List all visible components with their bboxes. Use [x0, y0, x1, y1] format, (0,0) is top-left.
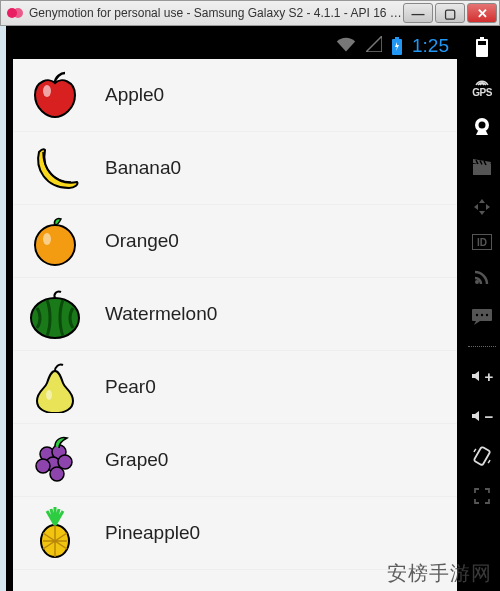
svg-point-25 — [481, 314, 483, 316]
battery-sidebar-icon[interactable] — [469, 34, 495, 60]
list-item[interactable]: Banana0 — [13, 132, 457, 205]
navigate-sidebar-icon[interactable] — [469, 194, 495, 220]
grape-icon — [29, 434, 81, 486]
svg-point-24 — [476, 314, 478, 316]
fruit-list[interactable]: Apple0 Banana0 Orange0 Watermelon0 — [13, 59, 457, 591]
svg-point-20 — [479, 122, 486, 129]
apple-icon — [29, 69, 81, 121]
rotate-sidebar-icon[interactable] — [469, 443, 495, 469]
rss-sidebar-icon[interactable] — [469, 264, 495, 290]
svg-point-7 — [31, 298, 79, 338]
status-clock: 1:25 — [412, 35, 449, 57]
wifi-icon — [336, 36, 356, 57]
svg-point-13 — [36, 459, 50, 473]
fullscreen-sidebar-icon[interactable] — [469, 483, 495, 509]
svg-rect-17 — [480, 37, 484, 39]
svg-rect-3 — [395, 37, 399, 39]
list-item[interactable]: Grape0 — [13, 424, 457, 497]
list-item[interactable]: Pear0 — [13, 351, 457, 424]
svg-point-1 — [13, 8, 23, 18]
window-maximize-button[interactable]: ▢ — [435, 3, 465, 23]
pear-icon — [29, 361, 81, 413]
svg-point-22 — [475, 280, 479, 284]
cell-signal-icon — [366, 36, 382, 57]
sms-sidebar-icon[interactable] — [469, 304, 495, 330]
orange-icon — [29, 215, 81, 267]
svg-rect-18 — [478, 41, 486, 45]
svg-point-8 — [46, 390, 52, 400]
battery-charging-icon — [392, 37, 402, 55]
list-item-label: Pear0 — [105, 376, 156, 398]
device-screen: 1:25 Apple0 Banana0 Orange0 — [6, 26, 464, 591]
webcam-sidebar-icon[interactable] — [469, 114, 495, 140]
plus-label: + — [485, 368, 494, 385]
list-item-label: Pineapple0 — [105, 522, 200, 544]
list-item[interactable]: Apple0 — [13, 59, 457, 132]
list-item-label: Watermelon0 — [105, 303, 217, 325]
svg-point-26 — [486, 314, 488, 316]
window-close-button[interactable]: ✕ — [467, 3, 497, 23]
window-titlebar: Genymotion for personal use - Samsung Ga… — [0, 0, 500, 26]
svg-point-4 — [43, 85, 51, 97]
svg-point-5 — [35, 225, 75, 265]
gps-sidebar-button[interactable]: GPS — [469, 74, 495, 100]
emulator-frame: 1:25 Apple0 Banana0 Orange0 — [6, 26, 500, 591]
android-status-bar[interactable]: 1:25 — [13, 33, 457, 59]
clapper-sidebar-icon[interactable] — [469, 154, 495, 180]
svg-point-14 — [50, 467, 64, 481]
window-minimize-button[interactable]: — — [403, 3, 433, 23]
watermelon-icon — [29, 288, 81, 340]
list-item[interactable]: Watermelon0 — [13, 278, 457, 351]
window-title: Genymotion for personal use - Samsung Ga… — [29, 6, 403, 20]
id-label: ID — [477, 237, 487, 248]
minus-label: − — [485, 408, 494, 425]
gps-label: GPS — [472, 87, 492, 98]
list-item[interactable]: Orange0 — [13, 205, 457, 278]
banana-icon — [29, 142, 81, 194]
window-button-group: — ▢ ✕ — [403, 3, 497, 23]
list-item-label: Banana0 — [105, 157, 181, 179]
list-item-label: Grape0 — [105, 449, 168, 471]
svg-point-6 — [43, 233, 51, 245]
id-sidebar-button[interactable]: ID — [472, 234, 492, 250]
list-item-label: Orange0 — [105, 230, 179, 252]
volume-down-button[interactable]: − — [469, 403, 495, 429]
list-item-label: Apple0 — [105, 84, 164, 106]
genymotion-sidebar: GPS ID + − — [464, 26, 500, 591]
sidebar-divider — [468, 346, 497, 347]
pineapple-icon — [29, 507, 81, 559]
list-item[interactable]: Pineapple0 — [13, 497, 457, 570]
genymotion-logo-icon — [7, 5, 23, 21]
volume-up-button[interactable]: + — [469, 363, 495, 389]
